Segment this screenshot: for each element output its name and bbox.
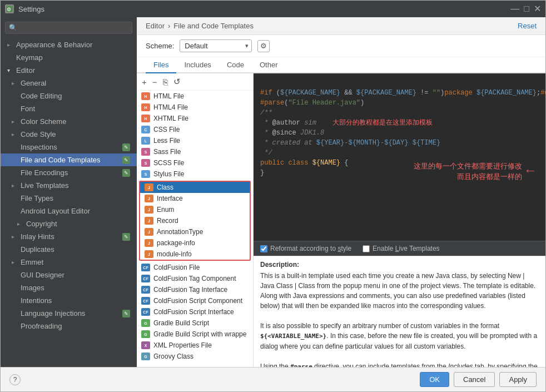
file-item-label: Less File bbox=[153, 137, 180, 145]
sidebar-item-inlay-hints[interactable]: ▸Inlay Hints✎ bbox=[1, 230, 137, 243]
file-item-css-file[interactable]: CCSS File bbox=[137, 124, 253, 135]
nav-tree: ▸Appearance & Behavior Keymap▾Editor▸Gen… bbox=[1, 38, 137, 367]
sidebar-item-gui-designer[interactable]: GUI Designer bbox=[1, 269, 137, 281]
file-item-coldfusion-script-comp[interactable]: CFColdFusion Script Component bbox=[137, 295, 253, 306]
sidebar-item-emmet[interactable]: ▸Emmet bbox=[1, 256, 137, 269]
sidebar-item-android-layout[interactable]: Android Layout Editor bbox=[1, 205, 137, 217]
sidebar-item-appearance[interactable]: ▸Appearance & Behavior bbox=[1, 38, 137, 51]
file-item-xml-properties[interactable]: XXML Properties File bbox=[137, 340, 253, 351]
file-item-label: Interface bbox=[157, 195, 183, 202]
sidebar-item-keymap[interactable]: Keymap bbox=[1, 51, 137, 64]
file-item-xhtml-file[interactable]: HXHTML File bbox=[137, 113, 253, 124]
file-item-label: ColdFusion Script Component bbox=[153, 297, 242, 305]
app-icon: ⚙ bbox=[5, 4, 14, 13]
sidebar-item-file-encodings[interactable]: File Encodings✎ bbox=[1, 166, 137, 179]
sidebar-item-live-templates[interactable]: ▸Live Templates bbox=[1, 179, 137, 192]
help-button[interactable]: ? bbox=[9, 374, 21, 385]
file-item-stylus-file[interactable]: SStylus File bbox=[137, 168, 253, 180]
file-item-gradle-build[interactable]: GGradle Build Script bbox=[137, 317, 253, 329]
code-editor[interactable]: #if (${PACKAGE_NAME} && ${PACKAGE_NAME} … bbox=[254, 73, 545, 241]
dialog-buttons: OK Cancel Apply bbox=[420, 372, 537, 387]
file-type-icon: CF bbox=[141, 286, 150, 294]
file-type-icon: H bbox=[141, 103, 150, 111]
tab-other[interactable]: Other bbox=[252, 57, 286, 73]
nav-item-label: GUI Designer bbox=[21, 271, 64, 279]
sidebar-item-code-style[interactable]: ▸Code Style bbox=[1, 128, 137, 141]
copy-template-button[interactable]: ⎘ bbox=[161, 76, 170, 88]
file-item-enum[interactable]: JEnum bbox=[140, 204, 250, 215]
minimize-button[interactable]: — bbox=[510, 4, 519, 13]
live-templates-checkbox-label[interactable]: Enable Live Templates bbox=[363, 245, 440, 252]
file-item-label: HTML File bbox=[153, 92, 184, 100]
split-pane: + − ⎘ ↺ HHTML FileHHTML4 FileHXHTML File… bbox=[137, 73, 545, 367]
ok-button[interactable]: OK bbox=[420, 372, 449, 387]
nav-arrow-icon: ▸ bbox=[12, 259, 17, 265]
nav-item-label: Live Templates bbox=[21, 181, 68, 190]
sidebar-item-general[interactable]: ▸General bbox=[1, 77, 137, 90]
breadcrumb: Editor › File and Code Templates bbox=[146, 22, 254, 30]
live-templates-checkbox[interactable] bbox=[363, 245, 370, 252]
scheme-gear-button[interactable]: ⚙ bbox=[257, 40, 270, 52]
nav-item-label: Images bbox=[21, 284, 44, 292]
sidebar-item-language-injections[interactable]: Language Injections✎ bbox=[1, 307, 137, 320]
nav-item-label: File Encodings bbox=[21, 168, 68, 177]
add-template-button[interactable]: + bbox=[140, 76, 148, 88]
file-type-icon: J bbox=[145, 228, 153, 236]
sidebar-item-file-code-templates[interactable]: File and Code Templates✎ bbox=[1, 153, 137, 166]
file-item-coldfusion-tag-int[interactable]: CFColdFusion Tag Interface bbox=[137, 284, 253, 295]
file-item-label: Record bbox=[157, 217, 178, 225]
sidebar-item-color-scheme[interactable]: ▸Color Scheme bbox=[1, 115, 137, 128]
tab-includes[interactable]: Includes bbox=[176, 57, 219, 73]
file-item-interface[interactable]: JInterface bbox=[140, 193, 250, 204]
sidebar-item-file-types[interactable]: File Types bbox=[1, 192, 137, 205]
file-item-html-file[interactable]: HHTML File bbox=[137, 91, 253, 102]
cancel-button[interactable]: Cancel bbox=[454, 372, 495, 387]
file-item-scss-file[interactable]: SSCSS File bbox=[137, 157, 253, 168]
remove-template-button[interactable]: − bbox=[151, 76, 159, 88]
sidebar-item-intentions[interactable]: Intentions bbox=[1, 294, 137, 307]
file-item-less-file[interactable]: LLess File bbox=[137, 135, 253, 146]
close-button[interactable]: ✕ bbox=[534, 4, 541, 13]
file-item-groovy-class[interactable]: GGroovy Class bbox=[137, 351, 253, 362]
sidebar-item-font[interactable]: Font bbox=[1, 102, 137, 115]
file-item-coldfusion-file[interactable]: CFColdFusion File bbox=[137, 262, 253, 273]
annotation-line1: 这里的每一个文件都需要进行修改 bbox=[414, 161, 522, 172]
file-item-label: Gradle Build Script with wrappe bbox=[153, 330, 246, 338]
file-item-html4-file[interactable]: HHTML4 File bbox=[137, 102, 253, 113]
reformat-checkbox[interactable] bbox=[260, 245, 267, 252]
file-item-sass-file[interactable]: SSass File bbox=[137, 146, 253, 157]
reset-template-button[interactable]: ↺ bbox=[172, 76, 182, 88]
sidebar-item-editor[interactable]: ▾Editor bbox=[1, 64, 137, 77]
file-item-gradle-build-wrapper[interactable]: GGradle Build Script with wrappe bbox=[137, 329, 253, 340]
file-item-coldfusion-script-int[interactable]: CFColdFusion Script Interface bbox=[137, 306, 253, 317]
file-item-annotation-type[interactable]: JAnnotationType bbox=[140, 226, 250, 237]
sidebar-item-duplicates[interactable]: Duplicates bbox=[1, 243, 137, 256]
nav-badge-icon: ✎ bbox=[122, 143, 130, 151]
nav-arrow-icon: ▸ bbox=[12, 118, 17, 125]
scheme-select[interactable]: Default Project bbox=[180, 39, 252, 52]
svg-text:⚙: ⚙ bbox=[7, 7, 11, 12]
nav-item-label: Font bbox=[21, 105, 35, 113]
sidebar-item-copyright[interactable]: ▸Copyright bbox=[1, 217, 137, 230]
apply-button[interactable]: Apply bbox=[499, 372, 537, 387]
file-item-record[interactable]: JRecord bbox=[140, 215, 250, 226]
maximize-button[interactable]: □ bbox=[524, 4, 529, 13]
sidebar-item-inspections[interactable]: Inspections✎ bbox=[1, 141, 137, 153]
sidebar-item-images[interactable]: Images bbox=[1, 281, 137, 294]
reformat-checkbox-label[interactable]: Reformat according to style bbox=[260, 245, 351, 252]
description-area: Description: This is a built-in template… bbox=[254, 256, 545, 367]
file-item-package-info[interactable]: Jpackage-info bbox=[140, 237, 250, 249]
file-item-class[interactable]: JClass bbox=[140, 182, 250, 193]
file-item-coldfusion-tag[interactable]: CFColdFusion Tag Component bbox=[137, 273, 253, 284]
main-header: Editor › File and Code Templates Reset bbox=[137, 17, 545, 35]
sidebar: ▸Appearance & Behavior Keymap▾Editor▸Gen… bbox=[1, 17, 137, 367]
sidebar-item-code-editing[interactable]: Code Editing bbox=[1, 90, 137, 102]
search-input[interactable] bbox=[5, 22, 132, 34]
sidebar-item-proofreading[interactable]: Proofreading bbox=[1, 320, 137, 333]
file-item-module-info[interactable]: Jmodule-info bbox=[140, 249, 250, 260]
file-type-icon: X bbox=[141, 341, 150, 349]
tab-files[interactable]: Files bbox=[146, 57, 176, 73]
reset-button[interactable]: Reset bbox=[518, 22, 537, 30]
tab-code[interactable]: Code bbox=[219, 57, 252, 73]
nav-arrow-icon: ▸ bbox=[7, 42, 13, 48]
